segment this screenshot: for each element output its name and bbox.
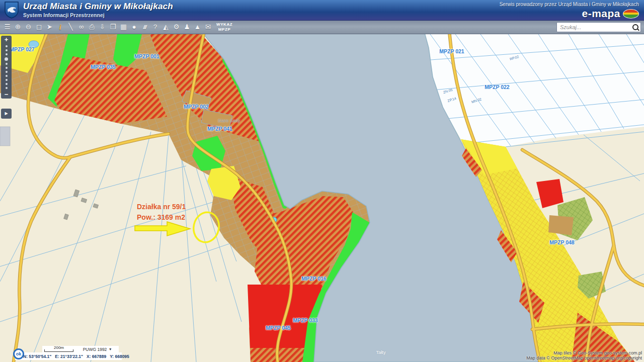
plan-label: MPZP 045	[266, 325, 290, 331]
zoom-level-dot[interactable]	[6, 67, 8, 69]
ok-button[interactable]: ok	[13, 348, 24, 359]
service-note: Serwis prowadzony przez Urząd Miasta i G…	[500, 2, 639, 7]
help-icon[interactable]: ?	[150, 21, 160, 33]
place-label: Stare Sady	[218, 118, 240, 123]
main-toolbar: ☰ ⊕ ⊖ ◻ ➤ i ╲ ∞ ⎙ ⇩ ❐ ▦ ● /// ? ◭ ⚙ ♟ ▲ …	[0, 20, 644, 34]
coordinates-readout: N: 53°50'54.1" E: 21°33'22.1" X: 667889 …	[15, 352, 122, 360]
zoom-level-dot[interactable]	[6, 63, 8, 65]
scale-panel: 200m PUWG 1992 ▾	[42, 346, 119, 352]
settings-icon[interactable]: ⚙	[171, 21, 182, 33]
coord-n: N: 53°50'54.1"	[23, 354, 51, 359]
emapa-brand[interactable]: e-mapa	[582, 8, 639, 20]
measure-icon[interactable]: ///	[139, 21, 150, 33]
zoom-level-dot[interactable]	[6, 87, 8, 89]
plan-label: MPZP 048	[549, 239, 574, 245]
plan-label: MPZP 001	[134, 53, 159, 59]
plan-label: MPZP 027	[10, 46, 34, 52]
map-image	[0, 34, 644, 362]
layers-icon[interactable]: ☰	[2, 21, 13, 33]
emapa-logo-icon	[623, 9, 639, 19]
info-icon[interactable]: i	[55, 21, 65, 33]
zoom-level-dot[interactable]	[6, 79, 8, 81]
annotation-line2: Pow.: 3169 m2	[137, 213, 185, 221]
zoom-level-dot[interactable]	[6, 49, 8, 51]
crs-label: PUWG 1992	[83, 347, 107, 352]
plan-label: MPZP 033	[293, 317, 317, 323]
wykaz-line2: MPZP	[216, 27, 232, 32]
coord-x: X: 667889	[87, 354, 106, 359]
plan-label: MPZP 021	[439, 48, 464, 54]
feedback-icon[interactable]: ✉	[203, 21, 213, 33]
page-subtitle: System Informacji Przestrzennej	[23, 12, 173, 18]
attribution-line1: Map tiles © Geo-System geo-system.com.pl	[526, 350, 642, 355]
plan-label: MPZP 035	[91, 64, 115, 70]
coord-e: E: 21°33'22.1"	[55, 354, 83, 359]
page-title: Urząd Miasta i Gminy w Mikołajkach	[23, 2, 173, 12]
plan-label: MPZP 022	[485, 84, 509, 90]
pyramid-icon[interactable]: ▲	[192, 21, 203, 33]
plan-label: MPZP 002	[184, 104, 208, 110]
crs-selector[interactable]: PUWG 1992 ▾	[75, 346, 119, 352]
search-input[interactable]	[559, 24, 632, 31]
download-icon[interactable]: ⇩	[97, 21, 108, 33]
lake-label: Tałty	[376, 349, 386, 355]
panel-expand-button[interactable]: ▶	[1, 109, 12, 119]
scale-bar: 200m	[42, 346, 75, 352]
users-icon[interactable]: ♟	[182, 21, 192, 33]
zoom-out-button[interactable]: −	[1, 91, 12, 98]
zoom-out-icon[interactable]: ⊖	[23, 21, 34, 33]
layout-icon[interactable]: ▦	[118, 21, 129, 33]
polygon-icon[interactable]: ●	[129, 21, 139, 33]
map-attribution: Map tiles © Geo-System geo-system.com.pl…	[526, 350, 642, 360]
copy-view-icon[interactable]: ❐	[108, 21, 118, 33]
pointer-icon[interactable]: ➤	[44, 21, 55, 33]
search-box	[556, 22, 641, 32]
emapa-brand-text: e-mapa	[582, 8, 620, 20]
link-icon[interactable]: ∞	[76, 21, 87, 33]
plan-label: MPZP 041	[207, 126, 232, 132]
scale-line	[44, 349, 73, 352]
chevron-down-icon[interactable]: ▾	[109, 347, 111, 351]
zoom-level-dot[interactable]	[6, 53, 8, 55]
wykaz-mpzp-button[interactable]: WYKAZ MPZP	[216, 22, 232, 32]
app-header: Urząd Miasta i Gminy w Mikołajkach Syste…	[0, 0, 644, 20]
wykaz-line1: WYKAZ	[216, 22, 232, 27]
attribution-line2: Map data © OpenStreetMap openstreetmap.o…	[526, 355, 642, 360]
search-icon[interactable]	[632, 24, 638, 30]
zoom-level-dot[interactable]	[6, 71, 8, 73]
zoom-in-button[interactable]: +	[1, 36, 12, 43]
zoom-level-dot[interactable]	[6, 75, 8, 77]
annotation-line1: Działka nr 59/1	[137, 203, 186, 211]
zoom-level-dot[interactable]	[6, 83, 8, 85]
terrain-icon[interactable]: ◭	[160, 21, 171, 33]
zoom-slider[interactable]: + −	[1, 36, 12, 99]
zoom-level-dot[interactable]	[6, 45, 8, 47]
zoom-level-current-dot[interactable]	[5, 57, 8, 61]
city-crest-logo	[4, 1, 19, 19]
extent-select-icon[interactable]: ◻	[34, 21, 44, 33]
zoom-in-icon[interactable]: ⊕	[13, 21, 23, 33]
plan-label: MPZP 016	[301, 276, 326, 282]
map-canvas[interactable]: MPZP 027 MPZP 035 MPZP 001 MPZP 002 MPZP…	[0, 34, 644, 362]
print-icon[interactable]: ⎙	[87, 21, 97, 33]
coord-y: Y: 668095	[110, 354, 129, 359]
draw-line-icon[interactable]: ╲	[65, 21, 76, 33]
